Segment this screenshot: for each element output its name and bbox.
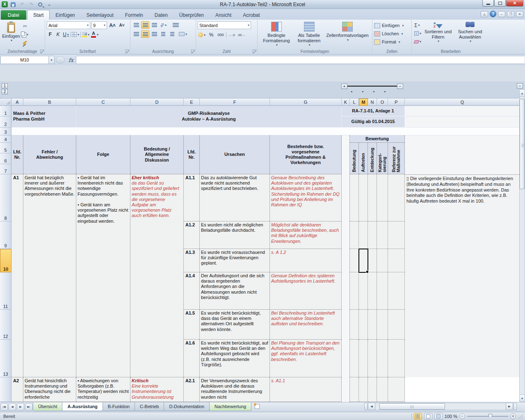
clear-button[interactable] xyxy=(413,38,422,46)
row-header-5[interactable]: 5 xyxy=(0,143,11,153)
grid-cell[interactable] xyxy=(388,377,405,402)
column-header-M[interactable]: M xyxy=(359,98,368,106)
grid-cell[interactable] xyxy=(350,174,359,221)
next-sheet-button[interactable]: ▶ xyxy=(17,403,24,411)
row-header-clipped[interactable] xyxy=(0,377,11,402)
cell-a1-6-id[interactable]: A1.6 xyxy=(184,340,200,377)
decrease-font-button[interactable]: A˅ xyxy=(118,22,126,29)
sheet-tab-uebersicht[interactable]: Übersicht xyxy=(33,402,62,411)
first-sheet-button[interactable]: |◀ xyxy=(0,403,8,411)
column-header-A[interactable]: A xyxy=(11,98,23,106)
row-header-1[interactable]: 1 xyxy=(0,106,11,116)
select-all-corner[interactable] xyxy=(0,98,11,106)
scroll-down-button[interactable]: ▼ xyxy=(520,395,525,402)
help-button[interactable]: ? xyxy=(490,11,496,17)
grid-cell[interactable] xyxy=(359,174,368,221)
horizontal-scroll-thumb[interactable] xyxy=(379,403,445,410)
outline-level-1-button[interactable]: 1 xyxy=(2,83,8,89)
tab-ansicht[interactable]: Ansicht xyxy=(210,10,237,20)
cell-a1-3-massnahme[interactable]: s. A 1.2 xyxy=(270,249,342,272)
tab-split-handle[interactable] xyxy=(364,403,368,410)
formula-input[interactable] xyxy=(76,56,525,64)
row-header-12[interactable]: 12 xyxy=(0,310,11,340)
percent-style-button[interactable]: % xyxy=(207,31,215,39)
font-dialog-launcher-icon[interactable] xyxy=(126,50,129,53)
font-color-button[interactable]: A xyxy=(91,31,99,38)
row-header-9[interactable]: 9 xyxy=(0,221,11,249)
grid-cell[interactable] xyxy=(368,377,377,402)
grid-cell[interactable] xyxy=(359,221,368,249)
format-as-table-button[interactable]: Als Tabelle formatieren xyxy=(294,21,324,48)
row-header-8[interactable]: 8 xyxy=(0,174,11,221)
fill-button[interactable]: ↓ xyxy=(413,30,422,37)
autosum-button[interactable]: Σ xyxy=(413,21,422,29)
grid-cell[interactable] xyxy=(388,310,405,340)
cell-empty[interactable] xyxy=(405,135,520,174)
column-header-N[interactable]: N xyxy=(368,98,377,106)
cell-a1-3-ursache[interactable]: Es wurde nicht vorausschauend für zukünf… xyxy=(200,249,270,272)
grid-cell[interactable] xyxy=(377,340,388,377)
align-bottom-button[interactable] xyxy=(150,21,158,29)
align-top-button[interactable] xyxy=(132,21,140,29)
vertical-scrollbar[interactable]: ▲ ▼ xyxy=(519,89,525,402)
cell-a1-1-id[interactable]: A1.1 xyxy=(184,174,200,221)
cell-a1-5-massnahme[interactable]: Bei Beschreibung im Lastenheft auch alte… xyxy=(270,310,342,340)
grid-cell[interactable] xyxy=(388,340,405,377)
cell-a1-5-id[interactable]: A1.5 xyxy=(184,310,200,340)
cell-a1-bedeutung[interactable]: Eher kritisch da das Gerät so spezifizie… xyxy=(130,174,184,377)
workbook-close-button[interactable]: ✕ xyxy=(516,11,523,17)
grid-cell[interactable] xyxy=(368,249,377,272)
column-header-Q[interactable]: Q xyxy=(405,98,520,106)
column-header-K[interactable]: K xyxy=(342,98,350,106)
merge-center-button[interactable] xyxy=(179,30,187,38)
fill-color-button[interactable] xyxy=(82,31,90,38)
cell-a1-4-massnahme[interactable]: Genaue Definition des späteren Aufstellu… xyxy=(270,272,342,310)
cell-a1-4-id[interactable]: A1.4 xyxy=(184,272,200,310)
last-sheet-button[interactable]: ▶| xyxy=(25,403,32,411)
wrap-text-button[interactable] xyxy=(171,21,180,29)
copy-button[interactable] xyxy=(21,31,29,38)
cell-a1-2-massnahme[interactable]: Möglichst alle denkbaren Beladungsfälle … xyxy=(270,221,342,249)
row-header-10[interactable]: 10 xyxy=(0,249,11,272)
close-button[interactable]: ✕ xyxy=(506,0,523,7)
grid-cell[interactable] xyxy=(368,272,377,310)
vertical-scroll-thumb[interactable] xyxy=(520,99,525,189)
normal-view-button[interactable] xyxy=(414,413,422,420)
accounting-format-button[interactable] xyxy=(198,31,206,39)
cell-doc-ref[interactable]: RA-7.1-01, Anlage 1 xyxy=(342,106,405,116)
header-auftreten-rotated[interactable]: Auftreten xyxy=(359,143,368,174)
previous-sheet-button[interactable]: ◀ xyxy=(9,403,16,411)
grid-cell[interactable] xyxy=(368,221,377,249)
sheet-tab-c-betrieb[interactable]: C-Betrieb xyxy=(135,402,164,411)
align-middle-button[interactable] xyxy=(141,21,149,29)
workbook-restore-button[interactable]: ❐ xyxy=(507,11,514,17)
horizontal-scroll-track[interactable] xyxy=(375,403,506,410)
grid-cell[interactable] xyxy=(350,249,359,272)
paste-button[interactable]: Einfügen xyxy=(2,21,21,46)
scroll-up-button[interactable]: ▲ xyxy=(520,90,525,97)
clipboard-dialog-launcher-icon[interactable] xyxy=(40,50,44,53)
row-header-2[interactable]: 2 xyxy=(0,116,11,128)
cell-a1-2-id[interactable]: A1.2 xyxy=(184,221,200,249)
grid-cell[interactable] xyxy=(350,340,359,377)
decrease-decimal-button[interactable]: .00→ xyxy=(237,31,245,39)
cell-styles-button[interactable]: Zellenformatvorlagen xyxy=(324,21,370,48)
align-left-button[interactable] xyxy=(132,30,140,38)
align-center-button[interactable] xyxy=(141,30,149,38)
header-bedeutung-rotated[interactable]: Bedeutung xyxy=(350,143,359,174)
cut-button[interactable] xyxy=(21,23,29,30)
number-format-select[interactable]: Standard xyxy=(198,21,251,29)
underline-button[interactable]: U xyxy=(62,31,69,38)
column-header-L[interactable]: L xyxy=(350,98,359,106)
tab-seitenlayout[interactable]: Seitenlayout xyxy=(81,10,119,20)
tab-acrobat[interactable]: Acrobat xyxy=(237,10,265,20)
header-fehler-abweichung[interactable]: Fehler / Abweichung xyxy=(23,135,76,174)
zoom-slider-thumb[interactable] xyxy=(488,414,492,419)
maximize-button[interactable] xyxy=(494,0,506,7)
cell-a2-id[interactable]: A2 xyxy=(11,377,23,402)
grid-cell[interactable] xyxy=(359,272,368,310)
row-header-13[interactable]: 13 xyxy=(0,340,11,377)
insert-function-button[interactable]: fx xyxy=(66,56,76,64)
header-bedeutung-diskussion[interactable]: Bedeutung / Allgemeine Diskussion xyxy=(130,135,184,174)
sheet-tab-b-funktion[interactable]: B-Funktion xyxy=(103,402,135,411)
